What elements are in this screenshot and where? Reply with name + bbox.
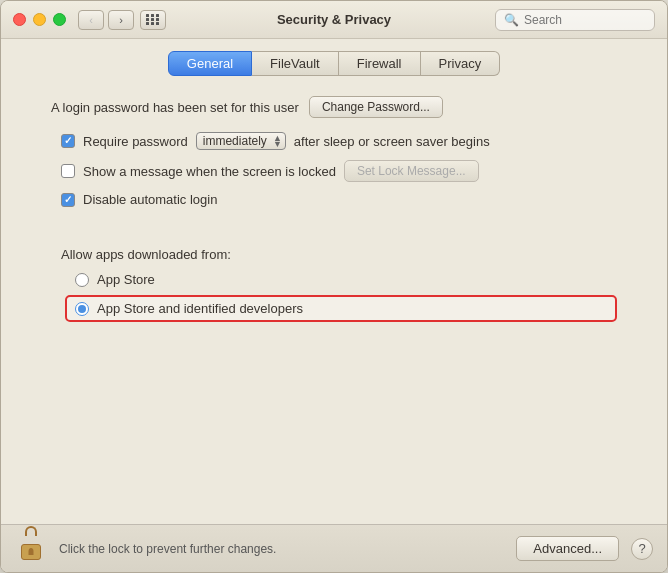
login-password-row: A login password has been set for this u…	[51, 96, 617, 118]
bottom-bar: Click the lock to prevent further change…	[1, 524, 667, 572]
lock-shackle-icon	[25, 526, 37, 536]
advanced-button[interactable]: Advanced...	[516, 536, 619, 561]
traffic-lights	[13, 13, 66, 26]
help-button[interactable]: ?	[631, 538, 653, 560]
window-title: Security & Privacy	[277, 12, 391, 27]
search-input[interactable]	[524, 13, 646, 27]
search-icon: 🔍	[504, 13, 519, 27]
tabs-container: General FileVault Firewall Privacy	[1, 39, 667, 86]
tab-filevault[interactable]: FileVault	[252, 51, 339, 76]
app-store-identified-radio[interactable]	[75, 302, 89, 316]
lock-icon-container[interactable]	[15, 531, 47, 567]
titlebar: ‹ › Security & Privacy 🔍	[1, 1, 667, 39]
app-store-label: App Store	[97, 272, 155, 287]
window: ‹ › Security & Privacy 🔍 General FileVau…	[0, 0, 668, 573]
search-bar[interactable]: 🔍	[495, 9, 655, 31]
dropdown-value: immediately	[203, 134, 267, 148]
back-button[interactable]: ‹	[78, 10, 104, 30]
lock-keyhole-icon	[29, 548, 34, 555]
lock-label: Click the lock to prevent further change…	[59, 542, 276, 556]
require-password-checkbox[interactable]: ✓	[61, 134, 75, 148]
disable-login-label: Disable automatic login	[83, 192, 217, 207]
minimize-button[interactable]	[33, 13, 46, 26]
app-store-identified-label: App Store and identified developers	[97, 301, 303, 316]
password-timing-dropdown[interactable]: immediately ▲ ▼	[196, 132, 286, 150]
tab-privacy[interactable]: Privacy	[421, 51, 501, 76]
tab-firewall[interactable]: Firewall	[339, 51, 421, 76]
login-password-label: A login password has been set for this u…	[51, 100, 299, 115]
checkmark-icon-2: ✓	[64, 195, 72, 205]
allow-apps-section: Allow apps downloaded from: App Store Ap…	[51, 247, 617, 322]
disable-login-row: ✓ Disable automatic login	[61, 192, 617, 207]
require-password-label: Require password	[83, 134, 188, 149]
main-content: A login password has been set for this u…	[1, 86, 667, 524]
set-lock-message-button[interactable]: Set Lock Message...	[344, 160, 479, 182]
app-store-radio[interactable]	[75, 273, 89, 287]
allow-apps-label: Allow apps downloaded from:	[61, 247, 617, 262]
lock-body-icon	[21, 544, 41, 560]
nav-buttons: ‹ ›	[78, 10, 134, 30]
show-message-checkbox[interactable]	[61, 164, 75, 178]
disable-login-checkbox[interactable]: ✓	[61, 193, 75, 207]
forward-button[interactable]: ›	[108, 10, 134, 30]
grid-icon	[146, 14, 160, 25]
checkmark-icon: ✓	[64, 136, 72, 146]
app-store-identified-radio-option[interactable]: App Store and identified developers	[65, 295, 617, 322]
maximize-button[interactable]	[53, 13, 66, 26]
dropdown-arrows-icon: ▲ ▼	[273, 135, 282, 148]
close-button[interactable]	[13, 13, 26, 26]
show-message-label: Show a message when the screen is locked	[83, 164, 336, 179]
require-password-suffix: after sleep or screen saver begins	[294, 134, 490, 149]
change-password-button[interactable]: Change Password...	[309, 96, 443, 118]
tab-general[interactable]: General	[168, 51, 252, 76]
grid-menu-button[interactable]	[140, 10, 166, 30]
app-store-radio-option: App Store	[75, 272, 617, 287]
show-message-row: Show a message when the screen is locked…	[61, 160, 617, 182]
radio-selected-indicator	[78, 305, 86, 313]
require-password-row: ✓ Require password immediately ▲ ▼ after…	[61, 132, 617, 150]
